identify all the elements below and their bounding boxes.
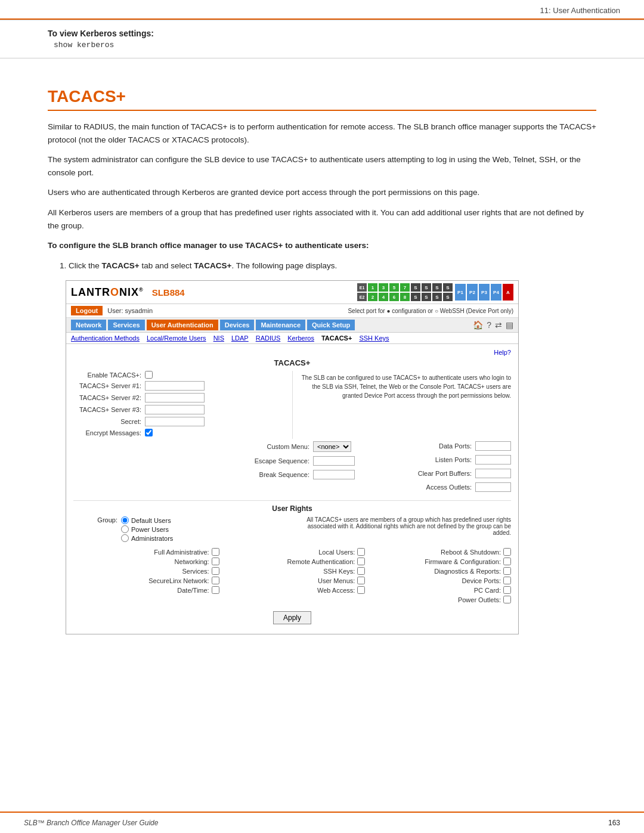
perms-col3: Reboot & Shutdown: Firmware & Configurat… <box>365 548 511 605</box>
subnav-auth-methods[interactable]: Authentication Methods <box>71 335 140 342</box>
nav-services-button[interactable]: Services <box>108 320 144 330</box>
nav-network-button[interactable]: Network <box>71 320 106 330</box>
radio-administrators[interactable] <box>121 534 129 542</box>
logout-button[interactable]: Logout <box>71 306 103 315</box>
content-area: Help? TACACS+ Enable TACACS+: TACACS+ Se… <box>66 344 518 634</box>
kerberos-label: To view Kerberos settings: <box>48 29 644 38</box>
access-outlets-input[interactable]: 1-4 <box>475 482 511 492</box>
nav-quicksetup-button[interactable]: Quick Setup <box>307 320 355 330</box>
radio-default: Default Users <box>121 516 173 524</box>
main-content: TACACS+ Similar to RADIUS, the main func… <box>0 76 644 682</box>
page-header: 11: User Authentication <box>0 0 644 20</box>
server1-label: TACACS+ Server #1: <box>73 382 145 389</box>
help-icon[interactable]: ? <box>487 320 491 330</box>
perms-grid: Full Administrative: Networking: Service… <box>73 548 511 605</box>
lantronix-logo: LANTRONIX® SLB884 <box>71 286 185 299</box>
perm-ssh-keys: SSH Keys: <box>219 567 366 575</box>
perm-web-access-checkbox[interactable] <box>357 586 365 594</box>
perm-networking-checkbox[interactable] <box>212 558 219 565</box>
perm-remote-auth: Remote Authentication: <box>219 558 366 565</box>
secret-input[interactable] <box>145 417 205 426</box>
perm-full-admin-checkbox[interactable] <box>212 548 219 556</box>
perm-device-ports: Device Ports: <box>365 577 511 584</box>
custom-menu-select[interactable]: <none> <box>313 441 351 452</box>
perm-ssh-keys-checkbox[interactable] <box>357 567 365 575</box>
perm-firmware-checkbox[interactable] <box>503 558 511 565</box>
port-select-text: Select port for ● configuration or ○ Web… <box>348 308 513 314</box>
secret-label: Secret: <box>73 418 145 425</box>
perm-local-users-checkbox[interactable] <box>357 548 365 556</box>
nav-maintenance-button[interactable]: Maintenance <box>256 320 305 330</box>
nav-devices-button[interactable]: Devices <box>220 320 255 330</box>
enable-checkbox[interactable] <box>145 371 153 379</box>
perm-remote-auth-checkbox[interactable] <box>357 558 365 565</box>
server1-input[interactable] <box>145 381 205 391</box>
listen-ports-label: Listen Ports: <box>410 456 475 463</box>
perm-local-users: Local Users: <box>219 548 366 556</box>
perm-pc-card-checkbox[interactable] <box>503 586 511 594</box>
radio-default-users[interactable] <box>121 516 129 524</box>
kerberos-box: To view Kerberos settings: show kerberos <box>0 20 644 58</box>
escape-input[interactable]: \x1bA <box>313 456 355 466</box>
help-link[interactable]: Help? <box>73 349 511 356</box>
encrypt-checkbox[interactable] <box>145 429 153 436</box>
perm-diagnostics-checkbox[interactable] <box>503 567 511 575</box>
break-input[interactable]: \x1bB <box>313 470 355 479</box>
subnav-ssh-keys[interactable]: SSH Keys <box>359 335 389 342</box>
form-left: Enable TACACS+: TACACS+ Server #1: TACAC… <box>73 371 292 439</box>
perm-services: Services: <box>73 567 219 575</box>
subnav-nis[interactable]: NIS <box>213 335 224 342</box>
chapter-label: 11: User Authentication <box>540 6 620 15</box>
settings-icon[interactable]: ▤ <box>506 320 513 330</box>
listen-ports-input[interactable]: 1-8,U,L <box>475 455 511 465</box>
perm-device-ports-checkbox[interactable] <box>503 577 511 584</box>
server1-row: TACACS+ Server #1: <box>73 381 292 391</box>
perm-power-outlets-checkbox[interactable] <box>503 596 511 603</box>
nav-icons: 🏠 ? ⇄ ▤ <box>473 320 513 330</box>
rights-left: Group: Default Users Power Users <box>73 516 292 544</box>
content-title: TACACS+ <box>73 358 511 367</box>
instruction-heading: To configure the SLB branch office manag… <box>48 239 596 252</box>
footer-text: SLB™ Branch Office Manager User Guide <box>24 819 158 827</box>
perm-user-menus-checkbox[interactable] <box>357 577 365 584</box>
server2-label: TACACS+ Server #2: <box>73 394 145 401</box>
server3-label: TACACS+ Server #3: <box>73 406 145 413</box>
user-rights-section: User Rights Group: Default Users <box>73 500 511 629</box>
perm-networking: Networking: <box>73 558 219 565</box>
secret-row: Secret: <box>73 417 292 426</box>
form-right: The SLB can be configured to use TACACS+… <box>292 371 511 439</box>
encrypt-label: Encrypt Messages: <box>73 429 145 436</box>
server3-input[interactable] <box>145 405 205 414</box>
subnav-tacacs[interactable]: TACACS+ <box>321 335 352 342</box>
radio-power-users[interactable] <box>121 525 129 533</box>
para1: Similar to RADIUS, the main function of … <box>48 120 596 146</box>
perm-diagnostics: Diagnostics & Reports: <box>365 567 511 575</box>
perm-datetime: Date/Time: <box>73 586 219 594</box>
perms-col1: Full Administrative: Networking: Service… <box>73 548 219 605</box>
perm-securelinx-checkbox[interactable] <box>212 577 219 584</box>
nav-userauth-button[interactable]: User Authentication <box>147 320 218 330</box>
perm-power-outlets: Power Outlets: <box>365 596 511 603</box>
perm-reboot-checkbox[interactable] <box>503 548 511 556</box>
radio-group: Default Users Power Users Administrators <box>121 516 173 542</box>
perm-services-checkbox[interactable] <box>212 567 219 575</box>
escape-row: Escape Sequence: \x1bA <box>242 456 410 466</box>
data-ports-input[interactable]: 1-8,U,L <box>475 441 511 451</box>
page-footer: SLB™ Branch Office Manager User Guide 16… <box>0 812 644 833</box>
rights-right: All TACACS+ users are members of a group… <box>292 516 511 544</box>
home-icon[interactable]: 🏠 <box>473 320 483 330</box>
clear-port-input[interactable]: 1-8,U,L <box>475 469 511 478</box>
refresh-icon[interactable]: ⇄ <box>495 320 502 330</box>
perm-securelinx: SecureLinx Network: <box>73 577 219 584</box>
subnav-local-users[interactable]: Local/Remote Users <box>147 335 206 342</box>
server2-input[interactable] <box>145 393 205 402</box>
subnav-ldap[interactable]: LDAP <box>231 335 249 342</box>
subnav-radius[interactable]: RADIUS <box>256 335 281 342</box>
perm-datetime-checkbox[interactable] <box>212 586 219 594</box>
break-label: Break Sequence: <box>242 471 313 478</box>
slb-header: LANTRONIX® SLB884 E1 1 3 5 7 S S S S <box>66 281 518 304</box>
perms-col2: Local Users: Remote Authentication: SSH … <box>219 548 366 605</box>
subnav-kerberos[interactable]: Kerberos <box>287 335 314 342</box>
apply-button[interactable]: Apply <box>273 611 311 624</box>
custom-menu-label: Custom Menu: <box>242 443 313 450</box>
